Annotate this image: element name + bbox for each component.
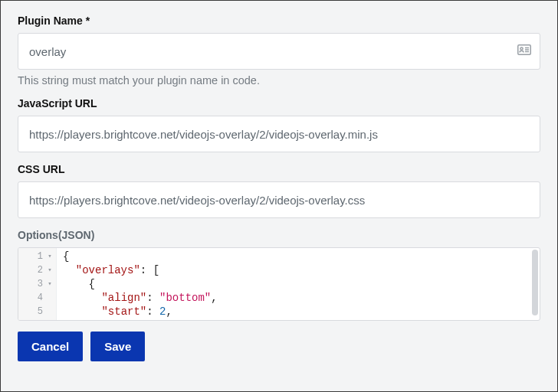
options-json-field: Options(JSON) 1▾2▾3▾45 { "overlays": [ {… [18,229,540,321]
code-line: "align": "bottom", [63,291,535,305]
options-json-editor[interactable]: 1▾2▾3▾45 { "overlays": [ { "align": "bot… [18,247,540,321]
plugin-name-input-wrap [18,33,540,70]
code-line: { [63,250,535,263]
cancel-button[interactable]: Cancel [18,332,83,361]
js-url-field: JavaScript URL [18,97,540,152]
plugin-name-label: Plugin Name * [18,15,540,27]
save-button[interactable]: Save [90,332,145,361]
line-number: 2▾ [18,263,56,277]
editor-code[interactable]: { "overlays": [ { "align": "bottom", "st… [57,248,540,321]
fold-icon[interactable]: ▾ [47,263,53,277]
line-number: 4 [18,291,56,305]
plugin-name-field: Plugin Name * This string must match you… [18,15,540,87]
code-line: { [63,277,535,291]
line-number: 1▾ [18,250,56,263]
code-line: "end": 6, [63,318,535,321]
line-number: 5 [18,305,56,318]
css-url-input[interactable] [18,181,540,218]
line-number [18,318,56,321]
fold-icon[interactable]: ▾ [47,277,53,291]
js-url-label: JavaScript URL [18,97,540,109]
options-json-label: Options(JSON) [18,229,540,241]
code-line: "overlays": [ [63,263,535,277]
fold-icon[interactable]: ▾ [47,250,53,263]
js-url-input[interactable] [18,116,540,152]
line-number: 3▾ [18,277,56,291]
plugin-name-helper: This string must match your plugin name … [18,74,540,87]
css-url-label: CSS URL [18,163,540,175]
editor-scrollbar[interactable] [532,250,538,315]
button-row: Cancel Save [18,332,540,361]
plugin-name-input[interactable] [18,33,540,70]
css-url-field: CSS URL [18,163,540,218]
code-line: "start": 2, [63,305,535,318]
editor-gutter: 1▾2▾3▾45 [18,248,57,320]
